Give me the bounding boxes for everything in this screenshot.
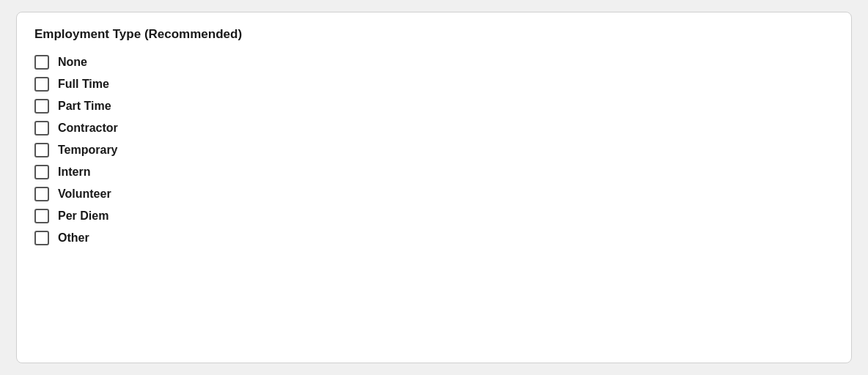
checkbox-label-none: None <box>58 56 87 69</box>
checkbox-label-contractor: Contractor <box>58 122 118 135</box>
checkbox-none[interactable] <box>34 55 49 70</box>
checkbox-item-volunteer[interactable]: Volunteer <box>34 184 834 204</box>
checkbox-item-none[interactable]: None <box>34 52 834 73</box>
checkbox-full-time[interactable] <box>34 77 49 92</box>
checkbox-item-intern[interactable]: Intern <box>34 162 834 182</box>
checkbox-label-volunteer: Volunteer <box>58 188 111 201</box>
checkbox-item-full-time[interactable]: Full Time <box>34 74 834 94</box>
checkbox-item-per-diem[interactable]: Per Diem <box>34 206 834 226</box>
checkbox-label-other: Other <box>58 231 89 245</box>
checkbox-other[interactable] <box>34 231 49 245</box>
checkbox-list: NoneFull TimePart TimeContractorTemporar… <box>34 52 834 248</box>
checkbox-temporary[interactable] <box>34 143 49 157</box>
checkbox-volunteer[interactable] <box>34 187 49 201</box>
checkbox-intern[interactable] <box>34 165 49 179</box>
checkbox-label-per-diem: Per Diem <box>58 209 108 223</box>
checkbox-label-full-time: Full Time <box>58 78 109 91</box>
checkbox-part-time[interactable] <box>34 99 49 114</box>
employment-type-card: Employment Type (Recommended) NoneFull T… <box>16 12 852 363</box>
checkbox-item-contractor[interactable]: Contractor <box>34 118 834 138</box>
section-title: Employment Type (Recommended) <box>34 27 834 42</box>
checkbox-per-diem[interactable] <box>34 209 49 223</box>
checkbox-label-temporary: Temporary <box>58 144 118 157</box>
checkbox-item-other[interactable]: Other <box>34 228 834 248</box>
checkbox-item-part-time[interactable]: Part Time <box>34 96 834 116</box>
checkbox-label-part-time: Part Time <box>58 100 111 113</box>
checkbox-label-intern: Intern <box>58 166 90 179</box>
checkbox-item-temporary[interactable]: Temporary <box>34 140 834 160</box>
checkbox-contractor[interactable] <box>34 121 49 135</box>
